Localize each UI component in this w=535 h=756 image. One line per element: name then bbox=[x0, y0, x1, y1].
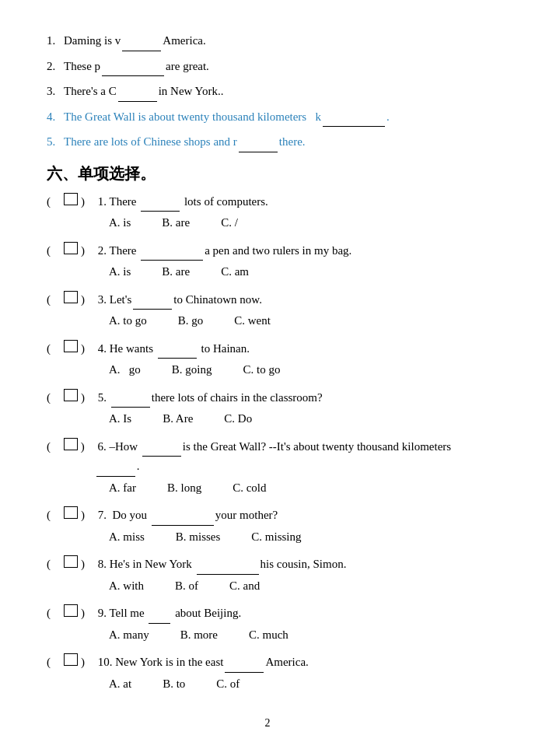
mc-item-9: ( ) 9. Tell me about Beijing. A. many B.… bbox=[47, 604, 488, 645]
mc-option-8b: B. of bbox=[175, 576, 198, 597]
mc-item-6: ( ) 6. –How is the Great Wall? --It's ab… bbox=[47, 437, 488, 499]
mc-option-1c: C. / bbox=[221, 213, 238, 233]
mc-question-5: ( ) 5. there lots of chairs in the class… bbox=[47, 388, 488, 408]
mc-question-2: ( ) 2. There a pen and two rulers in my … bbox=[47, 241, 488, 261]
mc-option-8c: C. and bbox=[229, 576, 260, 597]
mc-option-7b: B. misses bbox=[176, 527, 221, 548]
fill-item-1: 1. Daming is vAmerica. bbox=[47, 31, 488, 51]
fill-text-5: There are lots of Chinese shops and rthe… bbox=[64, 132, 488, 152]
mc-options-4: A. go B. going C. to go bbox=[47, 360, 488, 380]
mc-text-3: 3. Let'sto Chinatown now. bbox=[95, 290, 262, 310]
mc-item-5: ( ) 5. there lots of chairs in the class… bbox=[47, 388, 488, 429]
mc-item-8: ( ) 8. He's in New York his cousin, Simo… bbox=[47, 555, 488, 596]
mc-options-8: A. with B. of C. and bbox=[47, 576, 488, 597]
mc-option-3b: B. go bbox=[178, 311, 204, 331]
page-number: 2 bbox=[47, 717, 488, 730]
mc-options-3: A. to go B. go C. went bbox=[47, 311, 488, 331]
fill-section: 1. Daming is vAmerica. 2. These pare gre… bbox=[47, 31, 488, 152]
mc-option-3a: A. to go bbox=[109, 311, 147, 331]
mc-option-3c: C. went bbox=[234, 311, 271, 331]
mc-option-4c: C. to go bbox=[243, 360, 281, 380]
mc-item-7: ( ) 7. Do you your mother? A. miss B. mi… bbox=[47, 506, 488, 547]
mc-option-10a: A. at bbox=[109, 674, 131, 695]
fill-item-3: 3. There's a Cin New York.. bbox=[47, 82, 488, 102]
mc-options-6: A. far B. long C. cold bbox=[47, 478, 488, 499]
mc-question-1: ( ) 1. There lots of computers. bbox=[47, 192, 488, 212]
mc-item-4: ( ) 4. He wants to Hainan. A. go B. goin… bbox=[47, 339, 488, 380]
mc-question-10: ( ) 10. New York is in the eastAmerica. bbox=[47, 653, 488, 673]
fill-blank-2 bbox=[102, 75, 164, 76]
mc-option-6a: A. far bbox=[109, 478, 136, 499]
mc-question-4: ( ) 4. He wants to Hainan. bbox=[47, 339, 488, 359]
mc-text-2: 2. There a pen and two rulers in my bag. bbox=[95, 241, 351, 261]
mc-section: ( ) 1. There lots of computers. A. is B.… bbox=[47, 192, 488, 695]
fill-num-3: 3. bbox=[47, 82, 64, 102]
mc-question-8: ( ) 8. He's in New York his cousin, Simo… bbox=[47, 555, 488, 575]
fill-num-1: 1. bbox=[47, 31, 64, 51]
mc-option-6b: B. long bbox=[167, 478, 201, 499]
mc-option-4a: A. go bbox=[109, 360, 141, 380]
mc-option-9c: C. much bbox=[249, 625, 288, 646]
mc-option-8a: A. with bbox=[109, 576, 144, 597]
mc-text-1: 1. There lots of computers. bbox=[95, 192, 268, 212]
mc-options-10: A. at B. to C. of bbox=[47, 674, 488, 695]
fill-text-4: The Great Wall is about twenty thousand … bbox=[64, 107, 488, 128]
fill-num-4: 4. bbox=[47, 107, 64, 128]
mc-question-7: ( ) 7. Do you your mother? bbox=[47, 506, 488, 526]
mc-text-10: 10. New York is in the eastAmerica. bbox=[95, 653, 309, 673]
mc-item-3: ( ) 3. Let'sto Chinatown now. A. to go B… bbox=[47, 290, 488, 331]
fill-text-3: There's a Cin New York.. bbox=[64, 82, 488, 102]
mc-option-5a: A. Is bbox=[109, 409, 131, 429]
fill-blank-3 bbox=[118, 101, 157, 102]
fill-blank-4 bbox=[323, 126, 385, 127]
mc-item-2: ( ) 2. There a pen and two rulers in my … bbox=[47, 241, 488, 282]
mc-item-1: ( ) 1. There lots of computers. A. is B.… bbox=[47, 192, 488, 233]
mc-question-3: ( ) 3. Let'sto Chinatown now. bbox=[47, 290, 488, 310]
mc-text-9: 9. Tell me about Beijing. bbox=[95, 604, 241, 624]
mc-option-6c: C. cold bbox=[233, 478, 266, 499]
mc-paren-1b: ) bbox=[81, 192, 95, 212]
fill-num-2: 2. bbox=[47, 57, 64, 77]
mc-option-10b: B. to bbox=[163, 674, 185, 695]
mc-text-6: 6. –How is the Great Wall? --It's about … bbox=[95, 437, 488, 477]
mc-item-10: ( ) 10. New York is in the eastAmerica. … bbox=[47, 653, 488, 694]
mc-options-7: A. miss B. misses C. missing bbox=[47, 527, 488, 548]
fill-item-5: 5. There are lots of Chinese shops and r… bbox=[47, 132, 488, 152]
fill-item-2: 2. These pare great. bbox=[47, 57, 488, 77]
mc-option-9b: B. more bbox=[180, 625, 218, 646]
mc-option-7c: C. missing bbox=[251, 527, 301, 548]
mc-question-6: ( ) 6. –How is the Great Wall? --It's ab… bbox=[47, 437, 488, 477]
mc-bracket-1 bbox=[64, 193, 78, 205]
section-title: 六、单项选择。 bbox=[47, 163, 488, 184]
mc-question-9: ( ) 9. Tell me about Beijing. bbox=[47, 604, 488, 624]
mc-options-5: A. Is B. Are C. Do bbox=[47, 409, 488, 429]
mc-text-5: 5. there lots of chairs in the classroom… bbox=[95, 388, 323, 408]
mc-option-10c: C. of bbox=[216, 674, 240, 695]
fill-text-2: These pare great. bbox=[64, 57, 488, 77]
mc-options-2: A. is B. are C. am bbox=[47, 262, 488, 282]
fill-blank-1 bbox=[122, 51, 161, 51]
mc-options-1: A. is B. are C. / bbox=[47, 213, 488, 233]
mc-text-7: 7. Do you your mother? bbox=[95, 506, 278, 526]
mc-option-5c: C. Do bbox=[224, 409, 252, 429]
fill-num-5: 5. bbox=[47, 132, 64, 152]
fill-blank-5 bbox=[239, 152, 278, 152]
mc-option-5b: B. Are bbox=[163, 409, 193, 429]
mc-option-1a: A. is bbox=[109, 213, 131, 233]
mc-option-4b: B. going bbox=[172, 360, 212, 380]
mc-text-8: 8. He's in New York his cousin, Simon. bbox=[95, 555, 346, 575]
mc-option-9a: A. many bbox=[109, 625, 149, 646]
mc-paren-1: ( bbox=[47, 192, 61, 212]
mc-option-2a: A. is bbox=[109, 262, 131, 282]
mc-option-2b: B. are bbox=[162, 262, 190, 282]
mc-options-9: A. many B. more C. much bbox=[47, 625, 488, 646]
mc-option-7a: A. miss bbox=[109, 527, 145, 548]
fill-item-4: 4. The Great Wall is about twenty thousa… bbox=[47, 107, 488, 128]
mc-option-2c: C. am bbox=[221, 262, 249, 282]
mc-option-1b: B. are bbox=[162, 213, 190, 233]
mc-text-4: 4. He wants to Hainan. bbox=[95, 339, 250, 359]
fill-text-1: Daming is vAmerica. bbox=[64, 31, 488, 51]
